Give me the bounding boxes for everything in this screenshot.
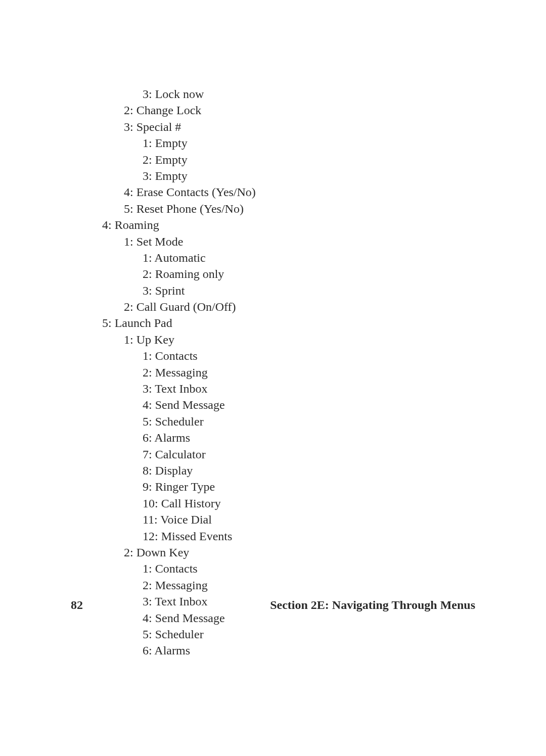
page-footer: 82 Section 2E: Navigating Through Menus <box>71 598 475 612</box>
menu-line: 7: Calculator <box>71 446 475 462</box>
menu-line: 11: Voice Dial <box>71 511 475 528</box>
menu-line: 4: Erase Contacts (Yes/No) <box>71 184 475 200</box>
menu-line: 5: Scheduler <box>71 626 475 642</box>
menu-line: 3: Special # <box>71 119 475 135</box>
menu-line: 1: Automatic <box>71 250 475 266</box>
page-number: 82 <box>71 598 83 612</box>
menu-line: 1: Contacts <box>71 560 475 577</box>
menu-line: 2: Messaging <box>71 364 475 381</box>
menu-line: 5: Launch Pad <box>71 315 475 331</box>
menu-line: 12: Missed Events <box>71 528 475 544</box>
menu-line: 1: Contacts <box>71 348 475 364</box>
menu-line: 6: Alarms <box>71 430 475 446</box>
menu-line: 10: Call History <box>71 495 475 511</box>
menu-line: 3: Empty <box>71 168 475 184</box>
menu-line: 8: Display <box>71 462 475 479</box>
menu-line: 2: Empty <box>71 152 475 168</box>
menu-line: 4: Send Message <box>71 610 475 626</box>
menu-line: 3: Sprint <box>71 282 475 299</box>
menu-line: 5: Reset Phone (Yes/No) <box>71 201 475 217</box>
menu-line: 4: Send Message <box>71 397 475 413</box>
menu-line: 1: Up Key <box>71 332 475 348</box>
menu-line: 2: Call Guard (On/Off) <box>71 299 475 315</box>
menu-line: 2: Down Key <box>71 544 475 560</box>
section-title: Section 2E: Navigating Through Menus <box>270 598 475 612</box>
menu-line: 9: Ringer Type <box>71 479 475 495</box>
menu-line: 1: Empty <box>71 135 475 151</box>
menu-line: 2: Messaging <box>71 577 475 593</box>
menu-line: 1: Set Mode <box>71 233 475 250</box>
menu-line: 2: Change Lock <box>71 102 475 118</box>
menu-line: 5: Scheduler <box>71 413 475 430</box>
menu-line: 3: Text Inbox <box>71 381 475 397</box>
menu-outline: 3: Lock now2: Change Lock3: Special #1: … <box>71 86 475 659</box>
menu-line: 6: Alarms <box>71 642 475 658</box>
menu-line: 2: Roaming only <box>71 266 475 282</box>
menu-line: 3: Lock now <box>71 86 475 102</box>
document-page: 3: Lock now2: Change Lock3: Special #1: … <box>0 0 546 756</box>
menu-line: 4: Roaming <box>71 217 475 233</box>
